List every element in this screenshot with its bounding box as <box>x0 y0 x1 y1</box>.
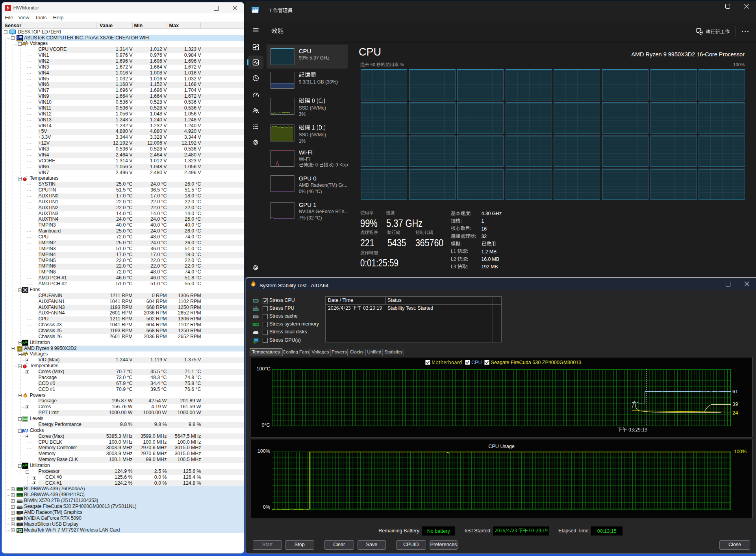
svg-text:123: 123 <box>253 306 258 309</box>
